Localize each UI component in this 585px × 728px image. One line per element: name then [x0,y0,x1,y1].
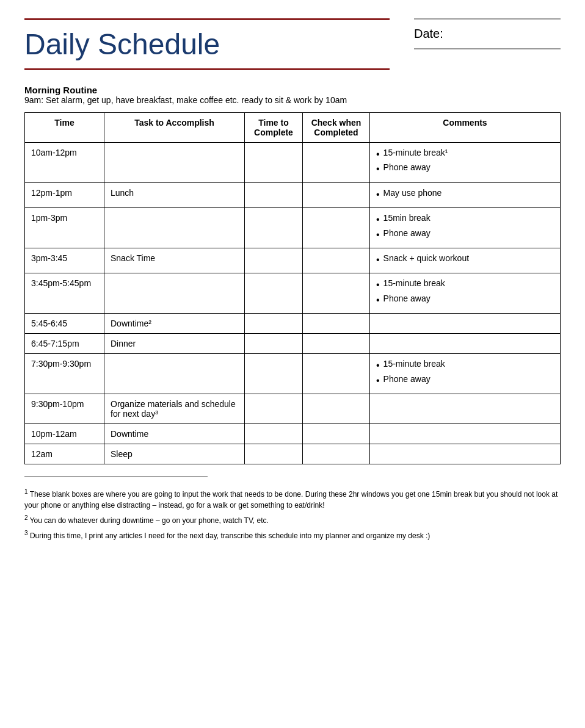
comment-text: Snack + quick workout [383,253,469,263]
cell-task: Snack Time [104,248,245,273]
cell-time-complete [245,423,303,444]
cell-task: Dinner [104,334,245,354]
comment-item: •Phone away [376,294,554,307]
comment-text: May use phone [383,188,442,198]
cell-time: 12pm-1pm [25,182,104,207]
bullet-icon: • [376,374,380,387]
table-row: 7:30pm-9:30pm•15-minute break•Phone away [25,354,561,394]
cell-time-complete [245,354,303,394]
bullet-icon: • [376,213,380,226]
table-row: 6:45-7:15pmDinner [25,334,561,354]
cell-comments [370,394,561,423]
table-row: 10am-12pm•15-minute break¹•Phone away [25,143,561,183]
cell-time: 12am [25,444,104,464]
table-row: 1pm-3pm•15min break•Phone away [25,208,561,248]
header-comments: Comments [370,113,561,143]
cell-time: 10pm-12am [25,423,104,444]
cell-task [104,208,245,248]
comment-text: Phone away [383,228,431,238]
header: Daily Schedule Date: [24,18,561,70]
table-row: 3:45pm-5:45pm•15-minute break•Phone away [25,273,561,314]
cell-check [303,208,370,248]
footnote-item: 1 These blank boxes are where you are go… [24,487,561,511]
comment-item: •15-minute break [376,359,554,372]
top-rule-left [24,18,390,20]
cell-comments: •Snack + quick workout [370,248,561,273]
comment-item: •15-minute break [376,278,554,292]
cell-time-complete [245,208,303,248]
comment-item: •Snack + quick workout [376,253,554,267]
cell-task: Lunch [104,182,245,207]
cell-check [303,273,370,314]
table-row: 3pm-3:45Snack Time•Snack + quick workout [25,248,561,273]
morning-description: 9am: Set alarm, get up, have breakfast, … [24,95,561,105]
cell-check [303,423,370,444]
cell-task: Sleep [104,444,245,464]
cell-comments: •15min break•Phone away [370,208,561,248]
cell-comments [370,444,561,464]
page-title: Daily Schedule [24,25,390,63]
cell-comments: •15-minute break•Phone away [370,354,561,394]
schedule-table: Time Task to Accomplish Time to Complete… [24,112,561,464]
cell-time-complete [245,314,303,334]
cell-check [303,444,370,464]
footnote-item: 2 You can do whatever during downtime – … [24,513,561,526]
cell-check [303,394,370,423]
bottom-rule-left [24,68,390,70]
comment-text: 15min break [383,213,431,223]
cell-task [104,354,245,394]
cell-comments: •15-minute break¹•Phone away [370,143,561,183]
cell-check [303,334,370,354]
table-row: 12amSleep [25,444,561,464]
cell-time-complete [245,248,303,273]
table-row: 12pm-1pmLunch•May use phone [25,182,561,207]
bottom-rule-right [414,48,561,49]
comment-item: •May use phone [376,188,554,201]
cell-check [303,182,370,207]
bullet-icon: • [376,148,380,161]
date-section: Date: [390,18,561,49]
cell-time: 6:45-7:15pm [25,334,104,354]
bullet-icon: • [376,253,380,267]
bullet-icon: • [376,188,380,201]
comment-text: 15-minute break¹ [383,148,448,157]
cell-time: 7:30pm-9:30pm [25,354,104,394]
cell-time: 3pm-3:45 [25,248,104,273]
footnotes: 1 These blank boxes are where you are go… [24,487,561,541]
header-time-complete: Time to Complete [245,113,303,143]
bullet-icon: • [376,278,380,292]
table-row: 5:45-6:45Downtime² [25,314,561,334]
cell-time-complete [245,394,303,423]
cell-time-complete [245,334,303,354]
cell-check [303,354,370,394]
cell-time-complete [245,273,303,314]
bullet-icon: • [376,359,380,372]
cell-time-complete [245,182,303,207]
comment-text: 15-minute break [383,278,445,288]
comment-item: •Phone away [376,162,554,176]
cell-time: 9:30pm-10pm [25,394,104,423]
header-task: Task to Accomplish [104,113,245,143]
header-check: Check when Completed [303,113,370,143]
cell-time: 3:45pm-5:45pm [25,273,104,314]
cell-task: Downtime² [104,314,245,334]
bullet-icon: • [376,294,380,307]
cell-task: Downtime [104,423,245,444]
header-time: Time [25,113,104,143]
cell-check [303,314,370,334]
title-section: Daily Schedule [24,18,390,70]
morning-title: Morning Routine [24,85,561,95]
cell-task [104,273,245,314]
cell-task: Organize materials and schedule for next… [104,394,245,423]
comment-text: Phone away [383,162,431,172]
date-label: Date: [414,24,561,43]
comment-text: 15-minute break [383,359,445,369]
cell-check [303,248,370,273]
footnotes-divider [24,477,208,482]
cell-time: 10am-12pm [25,143,104,183]
cell-time: 5:45-6:45 [25,314,104,334]
table-row: 9:30pm-10pmOrganize materials and schedu… [25,394,561,423]
comment-item: •15min break [376,213,554,226]
cell-comments: •15-minute break•Phone away [370,273,561,314]
cell-time: 1pm-3pm [25,208,104,248]
